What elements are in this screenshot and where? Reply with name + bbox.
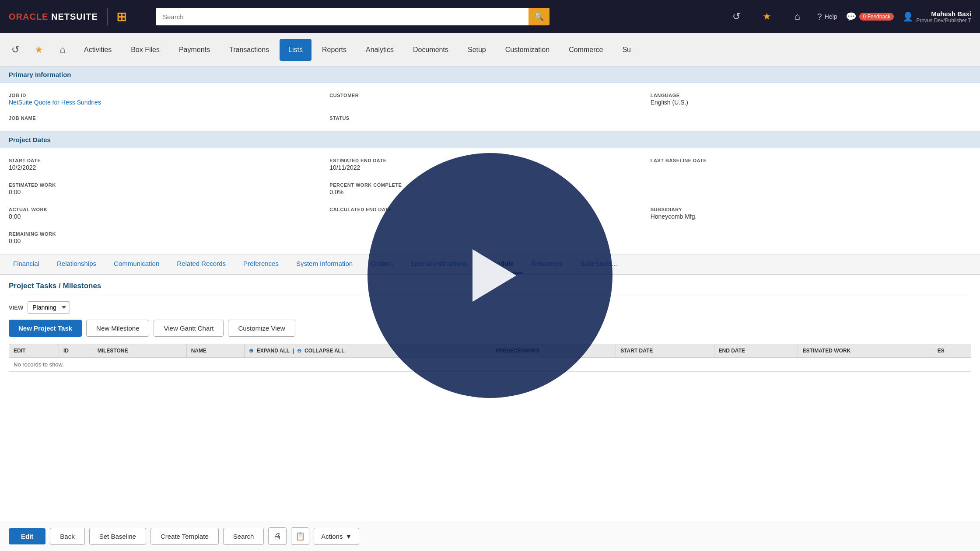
subsidiary-cell: SUBSIDIARY Honeycomb Mfg. — [651, 204, 971, 223]
back-button[interactable]: Back — [50, 528, 84, 545]
last-baseline-date-cell: LAST BASELINE DATE — [651, 155, 971, 174]
actions-label: Actions — [321, 533, 343, 540]
favorites-button[interactable]: ★ — [756, 6, 778, 28]
new-milestone-button[interactable]: New Milestone — [86, 320, 149, 337]
tab-system-information[interactable]: System Information — [287, 255, 361, 274]
actions-button[interactable]: Actions ▼ — [314, 528, 359, 545]
feedback-nav-item[interactable]: 💬 0 Feedback — [846, 11, 894, 22]
primary-info-grid: JOB ID NetSuite Quote for Hess Sundries … — [0, 83, 980, 132]
menu-item-customization[interactable]: Customization — [497, 39, 558, 61]
export-icon-button[interactable]: 📋 — [291, 527, 309, 545]
oracle-text: ORACLE — [9, 12, 48, 21]
expand-all-label[interactable]: EXPAND ALL — [257, 348, 290, 354]
menu-item-transactions[interactable]: Transactions — [220, 39, 278, 61]
menu-item-reports[interactable]: Reports — [313, 39, 355, 61]
col-estimated-work: ESTIMATED WORK — [798, 344, 933, 358]
actions-chevron-icon: ▼ — [345, 533, 352, 540]
nav-home-icon[interactable]: ⌂ — [52, 39, 74, 61]
logo-divider — [107, 8, 108, 25]
spacer-cell-1 — [651, 180, 971, 198]
remaining-work-cell: REMAINING WORK 0:00 — [9, 229, 329, 247]
tab-financial[interactable]: Financial — [4, 255, 48, 274]
actual-work-cell: ACTUAL WORK 0:00 — [9, 204, 329, 223]
video-overlay[interactable] — [368, 153, 612, 398]
oracle-netsuite-logo: ORACLE NETSUITE — [9, 12, 98, 22]
search-input[interactable] — [156, 8, 528, 25]
menu-item-commerce[interactable]: Commerce — [560, 39, 612, 61]
col-es: ES — [933, 344, 971, 358]
col-name: NAME — [186, 344, 245, 358]
print-icon-button[interactable]: 🖨 — [268, 527, 287, 545]
menu-item-su[interactable]: Su — [613, 39, 640, 61]
user-info: Mahesh Baxi Provus Dev/Publisher T — [916, 10, 971, 24]
user-nav-item[interactable]: 👤 Mahesh Baxi Provus Dev/Publisher T — [903, 10, 971, 24]
remaining-work-label: REMAINING WORK — [9, 231, 329, 237]
job-name-label: JOB NAME — [9, 115, 329, 121]
netsuite-text: NETSUITE — [51, 12, 98, 21]
col-milestone: MILESTONE — [93, 344, 186, 358]
actual-work-value: 0:00 — [9, 213, 329, 220]
job-name-cell: JOB NAME — [9, 113, 329, 124]
help-icon: ? — [817, 12, 822, 22]
col-edit: EDIT — [9, 344, 59, 358]
menu-item-payments[interactable]: Payments — [170, 39, 219, 61]
estimated-work-value: 0:00 — [9, 188, 329, 195]
customize-view-button[interactable]: Customize View — [228, 320, 295, 337]
view-gantt-chart-button[interactable]: View Gantt Chart — [154, 320, 224, 337]
tab-relationships[interactable]: Relationships — [48, 255, 105, 274]
status-cell: STATUS — [329, 113, 650, 124]
refresh-button[interactable]: ↺ — [725, 6, 747, 28]
nav-right: ↺ ★ ⌂ ? Help 💬 0 Feedback 👤 Mahesh Baxi … — [725, 6, 971, 28]
top-navigation: ORACLE NETSUITE ⊞ 🔍 ↺ ★ ⌂ ? Help 💬 0 Fee… — [0, 0, 980, 33]
collapse-all-label[interactable]: COLLAPSE ALL — [304, 348, 345, 354]
language-cell: LANGUAGE English (U.S.) — [651, 90, 971, 108]
bottom-toolbar: Edit Back Set Baseline Create Template S… — [0, 521, 980, 551]
new-project-task-button[interactable]: New Project Task — [9, 320, 82, 337]
help-nav-item[interactable]: ? Help — [817, 12, 837, 22]
feedback-badge: 0 Feedback — [859, 13, 894, 21]
tab-communication[interactable]: Communication — [105, 255, 168, 274]
search-button-bottom[interactable]: Search — [223, 528, 264, 545]
start-date-label: START DATE — [9, 158, 329, 163]
menu-bar: ↺ ★ ⌂ Activities Box Files Payments Tran… — [0, 33, 980, 66]
nav-refresh-icon[interactable]: ↺ — [4, 39, 26, 61]
view-label: VIEW — [9, 304, 23, 311]
logo-area: ORACLE NETSUITE ⊞ — [9, 8, 149, 25]
menu-item-lists[interactable]: Lists — [280, 39, 312, 61]
language-value: English (U.S.) — [651, 99, 971, 106]
netsuite-icon: ⊞ — [116, 10, 126, 24]
menu-item-activities[interactable]: Activities — [75, 39, 120, 61]
customer-cell: CUSTOMER — [329, 90, 650, 108]
start-date-cell: START DATE 10/2/2022 — [9, 155, 329, 174]
view-select[interactable]: Planning Gantt List — [28, 301, 70, 314]
create-template-button[interactable]: Create Template — [150, 528, 219, 545]
menu-item-setup[interactable]: Setup — [459, 39, 495, 61]
nav-favorites-icon[interactable]: ★ — [28, 39, 50, 61]
user-icon: 👤 — [903, 11, 914, 22]
tab-related-records[interactable]: Related Records — [168, 255, 234, 274]
menu-item-analytics[interactable]: Analytics — [357, 39, 402, 61]
tab-preferences[interactable]: Preferences — [234, 255, 287, 274]
set-baseline-button[interactable]: Set Baseline — [89, 528, 146, 545]
job-id-cell: JOB ID NetSuite Quote for Hess Sundries — [9, 90, 329, 108]
col-end-date: END DATE — [714, 344, 798, 358]
search-button[interactable]: 🔍 — [528, 8, 550, 25]
col-id: ID — [59, 344, 93, 358]
menu-item-documents[interactable]: Documents — [404, 39, 457, 61]
job-id-value: NetSuite Quote for Hess Sundries — [9, 99, 329, 106]
edit-button[interactable]: Edit — [9, 528, 46, 544]
menu-item-box-files[interactable]: Box Files — [122, 39, 168, 61]
actual-work-label: ACTUAL WORK — [9, 207, 329, 212]
home-button[interactable]: ⌂ — [787, 6, 808, 28]
user-name: Mahesh Baxi — [916, 10, 971, 17]
collapse-all-icon[interactable]: ⊖ — [297, 348, 301, 354]
expand-all-icon[interactable]: ⊕ — [249, 348, 253, 354]
subsidiary-value: Honeycomb Mfg. — [651, 213, 971, 220]
search-bar: 🔍 — [156, 8, 550, 25]
project-dates-header: Project Dates — [0, 132, 980, 148]
job-id-label: JOB ID — [9, 93, 329, 98]
col-start-date: START DATE — [616, 344, 714, 358]
remaining-work-value: 0:00 — [9, 237, 329, 244]
primary-info-header: Primary Information — [0, 66, 980, 83]
language-label: LANGUAGE — [651, 93, 971, 98]
